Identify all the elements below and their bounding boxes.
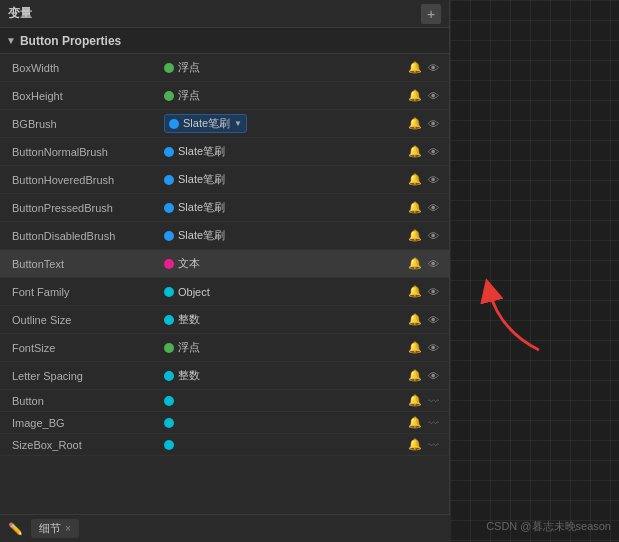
dot-buttonhoveredbrush — [164, 175, 174, 185]
bell-icon-boxwidth[interactable]: 🔔 — [408, 61, 422, 74]
main-panel: 变量 + ▼ Button Properties BoxWidth 浮点 🔔 👁 — [0, 0, 619, 542]
bell-icon-buttonpressedbrush[interactable]: 🔔 — [408, 201, 422, 214]
prop-icons-bgbrush: 🔔 👁 — [408, 117, 445, 130]
bell-icon-boxheight[interactable]: 🔔 — [408, 89, 422, 102]
bell-icon-imagebg[interactable]: 🔔 — [408, 416, 422, 429]
dot-bgbrush — [169, 119, 179, 129]
header-bar: 变量 + — [0, 0, 449, 28]
tab-label: 细节 — [39, 521, 61, 536]
prop-icons-buttonpressedbrush: 🔔 👁 — [408, 201, 445, 214]
prop-name-fontfamily: Font Family — [4, 286, 164, 298]
bell-icon-buttonnormalbrush[interactable]: 🔔 — [408, 145, 422, 158]
eye-icon-boxwidth[interactable]: 👁 — [428, 62, 439, 74]
prop-row-imagebg[interactable]: Image_BG 🔔 〰 — [0, 412, 449, 434]
tab-close-icon[interactable]: × — [65, 523, 71, 534]
eye-icon-buttondisabledbrush[interactable]: 👁 — [428, 230, 439, 242]
eye-icon-buttonpressedbrush[interactable]: 👁 — [428, 202, 439, 214]
prop-row-outlinesize[interactable]: Outline Size 整数 🔔 👁 — [0, 306, 449, 334]
prop-row-buttontext[interactable]: ButtonText 文本 🔔 👁 — [0, 250, 449, 278]
prop-icons-fontfamily: 🔔 👁 — [408, 285, 445, 298]
dot-buttonpressedbrush — [164, 203, 174, 213]
eye-icon-outlinesize[interactable]: 👁 — [428, 314, 439, 326]
prop-value-letterspacing: 整数 — [164, 368, 408, 383]
prop-row-buttonpressedbrush[interactable]: ButtonPressedBrush Slate笔刷 🔔 👁 — [0, 194, 449, 222]
prop-value-imagebg — [164, 418, 408, 428]
prop-name-button: Button — [4, 395, 164, 407]
prop-row-letterspacing[interactable]: Letter Spacing 整数 🔔 👁 — [0, 362, 449, 390]
prop-name-buttonnormalbrush: ButtonNormalBrush — [4, 146, 164, 158]
bell-icon-outlinesize[interactable]: 🔔 — [408, 313, 422, 326]
prop-name-bgbrush: BGBrush — [4, 118, 164, 130]
dot-buttonnormalbrush — [164, 147, 174, 157]
prop-name-buttondisabledbrush: ButtonDisabledBrush — [4, 230, 164, 242]
prop-value-buttontext: 文本 — [164, 256, 408, 271]
add-button[interactable]: + — [421, 4, 441, 24]
prop-icons-buttondisabledbrush: 🔔 👁 — [408, 229, 445, 242]
dot-sizeboxroot — [164, 440, 174, 450]
eye-closed-icon-imagebg[interactable]: 〰 — [428, 417, 439, 429]
bgbrush-dropdown[interactable]: Slate笔刷 ▼ — [164, 114, 247, 133]
eye-closed-icon-button[interactable]: 〰 — [428, 395, 439, 407]
prop-name-buttontext: ButtonText — [4, 258, 164, 270]
bell-icon-fontsize[interactable]: 🔔 — [408, 341, 422, 354]
prop-row-fontsize[interactable]: FontSize 浮点 🔔 👁 — [0, 334, 449, 362]
dot-boxwidth — [164, 63, 174, 73]
prop-name-sizeboxroot: SizeBox_Root — [4, 439, 164, 451]
prop-row-buttonhoveredbrush[interactable]: ButtonHoveredBrush Slate笔刷 🔔 👁 — [0, 166, 449, 194]
dot-outlinesize — [164, 315, 174, 325]
prop-value-boxwidth: 浮点 — [164, 60, 408, 75]
prop-name-buttonpressedbrush: ButtonPressedBrush — [4, 202, 164, 214]
prop-value-bgbrush: Slate笔刷 ▼ — [164, 114, 408, 133]
prop-row-boxheight[interactable]: BoxHeight 浮点 🔔 👁 — [0, 82, 449, 110]
prop-value-outlinesize: 整数 — [164, 312, 408, 327]
bell-icon-buttonhoveredbrush[interactable]: 🔔 — [408, 173, 422, 186]
prop-name-buttonhoveredbrush: ButtonHoveredBrush — [4, 174, 164, 186]
section-header[interactable]: ▼ Button Properties — [0, 28, 449, 54]
eye-icon-buttontext[interactable]: 👁 — [428, 258, 439, 270]
bell-icon-fontfamily[interactable]: 🔔 — [408, 285, 422, 298]
prop-value-buttonnormalbrush: Slate笔刷 — [164, 144, 408, 159]
eye-icon-fontsize[interactable]: 👁 — [428, 342, 439, 354]
right-panel: CSDN @暮志未晚season — [450, 0, 619, 542]
eye-icon-boxheight[interactable]: 👁 — [428, 90, 439, 102]
prop-icons-buttonnormalbrush: 🔔 👁 — [408, 145, 445, 158]
prop-name-letterspacing: Letter Spacing — [4, 370, 164, 382]
prop-value-buttondisabledbrush: Slate笔刷 — [164, 228, 408, 243]
details-tab[interactable]: 细节 × — [31, 519, 79, 538]
dot-button — [164, 396, 174, 406]
prop-name-imagebg: Image_BG — [4, 417, 164, 429]
dot-buttondisabledbrush — [164, 231, 174, 241]
prop-icons-buttontext: 🔔 👁 — [408, 257, 445, 270]
prop-row-buttondisabledbrush[interactable]: ButtonDisabledBrush Slate笔刷 🔔 👁 — [0, 222, 449, 250]
prop-row-buttonnormalbrush[interactable]: ButtonNormalBrush Slate笔刷 🔔 👁 — [0, 138, 449, 166]
prop-row-sizeboxroot[interactable]: SizeBox_Root 🔔 〰 — [0, 434, 449, 456]
bell-icon-letterspacing[interactable]: 🔔 — [408, 369, 422, 382]
eye-icon-buttonnormalbrush[interactable]: 👁 — [428, 146, 439, 158]
prop-icons-boxheight: 🔔 👁 — [408, 89, 445, 102]
bell-icon-bgbrush[interactable]: 🔔 — [408, 117, 422, 130]
bell-icon-buttontext[interactable]: 🔔 — [408, 257, 422, 270]
prop-row-bgbrush[interactable]: BGBrush Slate笔刷 ▼ 🔔 👁 — [0, 110, 449, 138]
prop-name-boxwidth: BoxWidth — [4, 62, 164, 74]
eye-icon-bgbrush[interactable]: 👁 — [428, 118, 439, 130]
bell-icon-sizeboxroot[interactable]: 🔔 — [408, 438, 422, 451]
red-arrow — [479, 270, 559, 373]
dot-imagebg — [164, 418, 174, 428]
bell-icon-button[interactable]: 🔔 — [408, 394, 422, 407]
prop-value-buttonhoveredbrush: Slate笔刷 — [164, 172, 408, 187]
bell-icon-buttondisabledbrush[interactable]: 🔔 — [408, 229, 422, 242]
prop-value-sizeboxroot — [164, 440, 408, 450]
eye-icon-letterspacing[interactable]: 👁 — [428, 370, 439, 382]
prop-row-boxwidth[interactable]: BoxWidth 浮点 🔔 👁 — [0, 54, 449, 82]
eye-icon-fontfamily[interactable]: 👁 — [428, 286, 439, 298]
eye-closed-icon-sizeboxroot[interactable]: 〰 — [428, 439, 439, 451]
pencil-icon: ✏️ — [8, 522, 23, 536]
prop-icons-letterspacing: 🔔 👁 — [408, 369, 445, 382]
prop-name-outlinesize: Outline Size — [4, 314, 164, 326]
prop-row-fontfamily[interactable]: Font Family Object 🔔 👁 — [0, 278, 449, 306]
dot-fontfamily — [164, 287, 174, 297]
prop-icons-imagebg: 🔔 〰 — [408, 416, 445, 429]
eye-icon-buttonhoveredbrush[interactable]: 👁 — [428, 174, 439, 186]
prop-row-button[interactable]: Button 🔔 〰 — [0, 390, 449, 412]
watermark: CSDN @暮志未晚season — [486, 519, 611, 534]
